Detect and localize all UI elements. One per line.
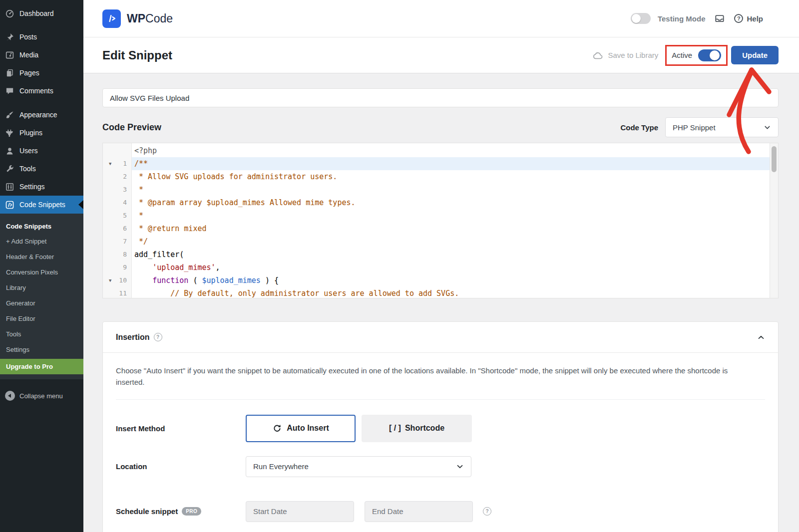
sidebar-item-posts[interactable]: Posts (0, 28, 83, 46)
update-button[interactable]: Update (731, 46, 779, 64)
wpcode-logo-text: WPCode (127, 12, 173, 25)
location-value: Run Everywhere (253, 462, 309, 471)
code-snippets-icon (5, 200, 14, 210)
help-button[interactable]: ? Help (734, 14, 763, 23)
help-icon: ? (734, 14, 743, 23)
submenu-item-file-editor[interactable]: File Editor (0, 311, 83, 326)
save-to-library-button[interactable]: Save to Library (592, 51, 658, 59)
fold-arrow-icon[interactable]: ▼ (109, 274, 111, 287)
insertion-card: Insertion ? Choose "Auto Insert" if you … (102, 321, 779, 532)
sidebar-item-settings[interactable]: Settings (0, 178, 83, 196)
code-preview-heading: Code Preview (102, 122, 161, 133)
collapse-menu-label: Collapse menu (19, 392, 63, 400)
submenu-item-header-footer[interactable]: Header & Footer (0, 249, 83, 265)
plug-icon (5, 128, 14, 138)
editor-gutter: ▼1 2 3 4 5 6 7 8 9 ▼10 11 (103, 143, 132, 298)
submenu-item-conversion-pixels[interactable]: Conversion Pixels (0, 265, 83, 280)
wrench-icon (5, 164, 14, 174)
sidebar-item-label: Dashboard (19, 9, 54, 17)
code-type-select[interactable]: PHP Snippet (665, 117, 779, 137)
sidebar-item-tools[interactable]: Tools (0, 160, 83, 178)
sidebar-item-label: Posts (19, 33, 37, 41)
cloud-icon (592, 51, 604, 59)
code-line: * @param array $upload_mimes Allowed mim… (132, 196, 778, 209)
code-line: // By default, only administrator users … (132, 287, 778, 298)
toggle-knob (632, 14, 641, 23)
testing-mode-label: Testing Mode (658, 14, 706, 23)
sidebar-item-users[interactable]: Users (0, 142, 83, 160)
sidebar-item-appearance[interactable]: Appearance (0, 106, 83, 124)
pin-icon (5, 32, 14, 42)
sidebar-item-label: Plugins (19, 129, 42, 137)
pages-icon (5, 68, 14, 78)
start-date-input[interactable] (246, 501, 354, 522)
active-annotation-box: Active (665, 45, 728, 66)
submenu-item-add-snippet[interactable]: + Add Snippet (0, 234, 83, 249)
page-title: Edit Snippet (102, 48, 172, 62)
code-line: 'upload_mimes', (132, 261, 778, 274)
active-toggle-label: Active (672, 51, 692, 59)
submenu-item-settings[interactable]: Settings (0, 342, 83, 357)
code-line: function ( $upload_mimes ) { (132, 274, 778, 287)
editor-scrollbar-thumb[interactable] (772, 146, 777, 172)
shortcode-button[interactable]: [ / ] Shortcode (362, 415, 472, 442)
sidebar-item-label: Comments (19, 87, 53, 95)
user-icon (5, 146, 14, 156)
collapse-menu-button[interactable]: Collapse menu (0, 386, 83, 406)
location-select[interactable]: Run Everywhere (246, 456, 471, 477)
sidebar-item-plugins[interactable]: Plugins (0, 124, 83, 142)
sidebar-item-comments[interactable]: Comments (0, 82, 83, 100)
auto-insert-button[interactable]: Auto Insert (246, 415, 356, 442)
code-type-value: PHP Snippet (673, 123, 716, 132)
inbox-icon[interactable] (714, 13, 725, 24)
collapse-arrow-icon (5, 391, 15, 401)
chevron-up-icon[interactable] (757, 333, 765, 341)
refresh-icon (272, 424, 282, 433)
code-line: * (132, 209, 778, 222)
sidebar-item-pages[interactable]: Pages (0, 64, 83, 82)
code-line: <?php (134, 146, 157, 155)
schedule-help-icon[interactable]: ? (483, 507, 491, 516)
shortcode-brackets-icon: [ / ] (389, 424, 401, 433)
admin-sidebar: Dashboard Posts Media Pages Comments App… (0, 0, 83, 532)
code-editor[interactable]: ▼1 2 3 4 5 6 7 8 9 ▼10 11 <?php /** * Al… (102, 143, 779, 298)
submenu-item-generator[interactable]: Generator (0, 295, 83, 311)
sidebar-item-code-snippets[interactable]: Code Snippets (0, 196, 83, 214)
code-line: * Allow SVG uploads for administrator us… (132, 170, 778, 183)
sidebar-item-media[interactable]: Media (0, 46, 83, 64)
toggle-knob (710, 50, 720, 60)
wpcode-logo: WPCode (102, 9, 173, 28)
testing-mode-toggle[interactable] (631, 13, 651, 24)
sidebar-item-label: Pages (19, 69, 39, 77)
wpcode-topbar: WPCode Testing Mode ? Help (83, 0, 799, 37)
code-line: add_filter( (132, 248, 778, 261)
divider (116, 399, 765, 400)
submenu-item-code-snippets[interactable]: Code Snippets (0, 219, 83, 234)
save-to-library-label: Save to Library (608, 51, 658, 59)
chevron-down-icon (764, 124, 771, 131)
submenu-item-upgrade-to-pro[interactable]: Upgrade to Pro (0, 359, 83, 374)
active-toggle[interactable] (698, 49, 721, 61)
shortcode-label: Shortcode (405, 424, 444, 433)
snippet-title-input[interactable] (102, 88, 779, 107)
submenu-item-tools[interactable]: Tools (0, 326, 83, 342)
code-line: * (132, 183, 778, 196)
fold-arrow-icon[interactable]: ▼ (109, 157, 111, 170)
sidebar-item-label: Code Snippets (19, 201, 65, 209)
wpcode-logo-icon (102, 9, 121, 28)
sidebar-item-dashboard[interactable]: Dashboard (0, 4, 83, 22)
end-date-input[interactable] (365, 501, 473, 522)
brush-icon (5, 110, 14, 120)
comment-icon (5, 86, 14, 96)
edit-snippet-header: Edit Snippet Save to Library Active Upda… (83, 37, 799, 73)
insertion-help-icon[interactable]: ? (154, 333, 162, 341)
code-line: */ (132, 235, 778, 248)
editor-code-area[interactable]: <?php /** * Allow SVG uploads for admini… (132, 143, 778, 298)
location-label: Location (116, 462, 246, 471)
help-label: Help (747, 14, 763, 23)
sidebar-item-label: Appearance (19, 111, 57, 119)
media-icon (5, 50, 14, 60)
submenu-item-library[interactable]: Library (0, 280, 83, 295)
insertion-description: Choose "Auto Insert" if you want the sni… (116, 365, 749, 388)
insertion-card-header[interactable]: Insertion ? (103, 322, 778, 353)
